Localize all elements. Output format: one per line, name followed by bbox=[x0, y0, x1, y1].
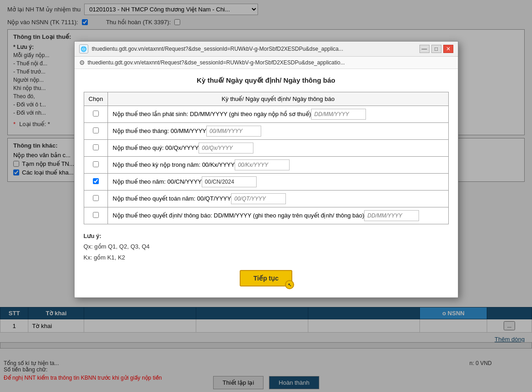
url-icon: ⚙ bbox=[79, 59, 85, 66]
ky-thue-input-4[interactable] bbox=[235, 159, 290, 170]
desc-cell-3: Nộp thuế theo quý: 00/Qx/YYYY bbox=[108, 140, 448, 157]
modal-window: 🌐 thuedientu.gdt.gov.vn/etaxnnt/Request?… bbox=[74, 41, 458, 298]
ky-thue-row: Nộp thuế theo quyết định/ thông báo: DD/… bbox=[84, 207, 448, 224]
minimize-button[interactable]: — bbox=[419, 45, 430, 53]
checkbox-row-1[interactable] bbox=[93, 111, 99, 117]
ky-thue-row: Nộp thuế theo kỳ nộp trong năm: 00/Kx/YY… bbox=[84, 157, 448, 174]
ky-thue-row: Nộp thuế theo năm: 00/CN/YYYY bbox=[84, 174, 448, 191]
col-ky-thue-header: Kỳ thuế/ Ngày quyết định/ Ngày thông báo bbox=[108, 92, 448, 106]
ky-thue-input-7[interactable] bbox=[364, 210, 419, 221]
desc-cell-4: Nộp thuế theo kỳ nộp trong năm: 00/Kx/YY… bbox=[108, 157, 448, 174]
tiep-tuc-container: Tiếp tục ↖ bbox=[84, 270, 449, 286]
modal-titlebar: 🌐 thuedientu.gdt.gov.vn/etaxnnt/Request?… bbox=[75, 42, 458, 57]
desc-cell-7: Nộp thuế theo quyết định/ thông báo: DD/… bbox=[108, 207, 448, 224]
checkbox-row-4[interactable] bbox=[93, 161, 99, 167]
ky-thue-row: Nộp thuế theo quyết toán năm: 00/QT/YYYY bbox=[84, 191, 448, 207]
checkbox-row-2[interactable] bbox=[93, 127, 99, 133]
ky-thue-input-2[interactable] bbox=[206, 126, 261, 137]
url-text: thuedientu.gdt.gov.vn/etaxnnt/Request?&d… bbox=[88, 59, 453, 66]
col-chon-header: Chọn bbox=[84, 92, 108, 106]
tiep-tuc-button[interactable]: Tiếp tục ↖ bbox=[240, 270, 292, 286]
ky-thue-row: Nộp thuế theo tháng: 00/MM/YYYY bbox=[84, 123, 448, 140]
modal-urlbar: ⚙ thuedientu.gdt.gov.vn/etaxnnt/Request?… bbox=[75, 57, 458, 69]
checkbox-row-6[interactable] bbox=[93, 195, 99, 201]
modal-title: Kỳ thuế/ Ngày quyết định/ Ngày thông báo bbox=[84, 76, 449, 85]
desc-cell-6: Nộp thuế theo quyết toán năm: 00/QT/YYYY bbox=[108, 191, 448, 207]
titlebar-buttons: — □ ✕ bbox=[419, 45, 453, 53]
ky-thue-input-5[interactable] bbox=[202, 176, 257, 187]
ky-thue-input-6[interactable] bbox=[231, 193, 286, 204]
ky-thue-table: Chọn Kỳ thuế/ Ngày quyết định/ Ngày thôn… bbox=[84, 92, 449, 224]
luu-y-lines: Qx: gồm Q1, Q2, Q3, Q4Kx: gồm K1, K2 bbox=[84, 243, 150, 260]
ky-thue-row: Nộp thuế theo lần phát sinh: DD/MM/YYYY … bbox=[84, 106, 448, 123]
desc-cell-5: Nộp thuế theo năm: 00/CN/YYYY bbox=[108, 174, 448, 191]
cursor-indicator: ↖ bbox=[285, 280, 294, 289]
restore-button[interactable]: □ bbox=[431, 45, 441, 53]
checkbox-row-3[interactable] bbox=[93, 144, 99, 150]
browser-icon: 🌐 bbox=[79, 44, 88, 53]
modal-overlay: 🌐 thuedientu.gdt.gov.vn/etaxnnt/Request?… bbox=[0, 0, 532, 392]
luu-y-section: Lưu ý: Qx: gồm Q1, Q2, Q3, Q4Kx: gồm K1,… bbox=[84, 231, 449, 263]
luu-y-title: Lưu ý: bbox=[84, 233, 102, 239]
modal-body: Kỳ thuế/ Ngày quyết định/ Ngày thông báo… bbox=[75, 69, 458, 297]
desc-cell-1: Nộp thuế theo lần phát sinh: DD/MM/YYYY … bbox=[108, 106, 448, 123]
checkbox-row-5[interactable] bbox=[93, 178, 99, 184]
titlebar-url-text: thuedientu.gdt.gov.vn/etaxnnt/Request?&d… bbox=[92, 46, 416, 52]
ky-thue-input-1[interactable] bbox=[311, 109, 366, 120]
ky-thue-row: Nộp thuế theo quý: 00/Qx/YYYY bbox=[84, 140, 448, 157]
desc-cell-2: Nộp thuế theo tháng: 00/MM/YYYY bbox=[108, 123, 448, 140]
close-button[interactable]: ✕ bbox=[443, 45, 453, 53]
ky-thue-input-3[interactable] bbox=[199, 143, 253, 154]
checkbox-row-7[interactable] bbox=[93, 212, 99, 218]
